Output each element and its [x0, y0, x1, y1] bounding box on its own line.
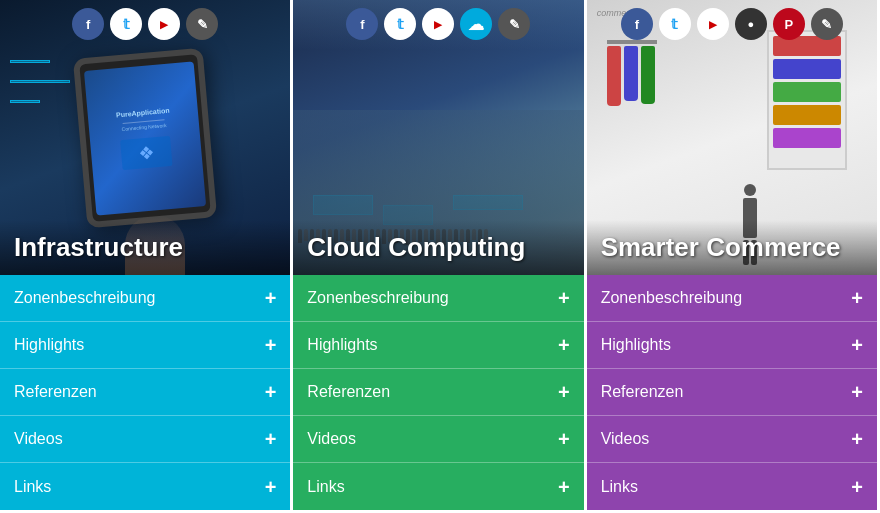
tablet-device: PureApplication Connecting Network ❖ [73, 47, 217, 228]
menu-list-cloud: Zonenbeschreibung + Highlights + Referen… [293, 275, 583, 513]
deco-rect [10, 80, 70, 83]
menu-item-highlights-2[interactable]: Highlights + [293, 322, 583, 369]
column-smarter-commerce: commerce f 𝕥 ▶ ● P ✎ Smarter Commerce Zo… [587, 0, 880, 513]
shelf-unit [767, 30, 847, 170]
facebook-icon-cloud[interactable]: f [346, 8, 378, 40]
menu-item-links-3[interactable]: Links + [587, 463, 877, 510]
menu-item-referenzen-3[interactable]: Referenzen + [587, 369, 877, 416]
column-infrastructure: PureApplication Connecting Network ❖ f 𝕥… [0, 0, 293, 513]
menu-item-videos-2[interactable]: Videos + [293, 416, 583, 463]
menu-list-commerce: Zonenbeschreibung + Highlights + Referen… [587, 275, 877, 513]
image-overlay-cloud: Cloud Computing [293, 220, 583, 275]
menu-item-videos-1[interactable]: Videos + [0, 416, 290, 463]
menu-item-links-2[interactable]: Links + [293, 463, 583, 510]
menu-item-videos-3[interactable]: Videos + [587, 416, 877, 463]
twitter-icon-cloud[interactable]: 𝕥 [384, 8, 416, 40]
zone-title-commerce: Smarter Commerce [601, 232, 841, 262]
twitter-icon-commerce[interactable]: 𝕥 [659, 8, 691, 40]
edit-icon-commerce[interactable]: ✎ [811, 8, 843, 40]
column-cloud-computing: f 𝕥 ▶ ☁ ✎ Cloud Computing Zonenbeschreib… [293, 0, 586, 513]
zone-title-cloud: Cloud Computing [307, 232, 525, 262]
tablet-screen: PureApplication Connecting Network ❖ [84, 60, 206, 214]
menu-item-zonenbeschreibung-1[interactable]: Zonenbeschreibung + [0, 275, 290, 322]
youtube-icon-cloud[interactable]: ▶ [422, 8, 454, 40]
menu-item-highlights-1[interactable]: Highlights + [0, 322, 290, 369]
menu-item-referenzen-2[interactable]: Referenzen + [293, 369, 583, 416]
menu-list-infrastructure: Zonenbeschreibung + Highlights + Referen… [0, 275, 290, 513]
image-area-commerce: commerce f 𝕥 ▶ ● P ✎ Smarter Commerce [587, 0, 877, 275]
pinterest-icon-commerce[interactable]: P [773, 8, 805, 40]
menu-item-highlights-3[interactable]: Highlights + [587, 322, 877, 369]
edit-icon-cloud[interactable]: ✎ [498, 8, 530, 40]
image-overlay-infrastructure: Infrastructure [0, 220, 290, 275]
youtube-icon[interactable]: ▶ [148, 8, 180, 40]
youtube-icon-commerce[interactable]: ▶ [697, 8, 729, 40]
menu-item-referenzen-1[interactable]: Referenzen + [0, 369, 290, 416]
edit-icon[interactable]: ✎ [186, 8, 218, 40]
deco-rect [10, 100, 40, 103]
menu-item-links-1[interactable]: Links + [0, 463, 290, 510]
image-area-cloud: f 𝕥 ▶ ☁ ✎ Cloud Computing [293, 0, 583, 275]
image-area-infrastructure: PureApplication Connecting Network ❖ f 𝕥… [0, 0, 290, 275]
dropbox-icon-cloud[interactable]: ☁ [460, 8, 492, 40]
social-bar-infrastructure: f 𝕥 ▶ ✎ [72, 8, 218, 40]
social-bar-cloud: f 𝕥 ▶ ☁ ✎ [346, 8, 530, 40]
deco-rect [10, 60, 50, 63]
facebook-icon[interactable]: f [72, 8, 104, 40]
social-bar-commerce: f 𝕥 ▶ ● P ✎ [621, 8, 843, 40]
facebook-icon-commerce[interactable]: f [621, 8, 653, 40]
zone-title-infrastructure: Infrastructure [14, 232, 183, 262]
social-extra-commerce[interactable]: ● [735, 8, 767, 40]
clothing-display [607, 40, 657, 160]
menu-item-zonenbeschreibung-2[interactable]: Zonenbeschreibung + [293, 275, 583, 322]
menu-item-zonenbeschreibung-3[interactable]: Zonenbeschreibung + [587, 275, 877, 322]
twitter-icon[interactable]: 𝕥 [110, 8, 142, 40]
image-overlay-commerce: Smarter Commerce [587, 220, 877, 275]
